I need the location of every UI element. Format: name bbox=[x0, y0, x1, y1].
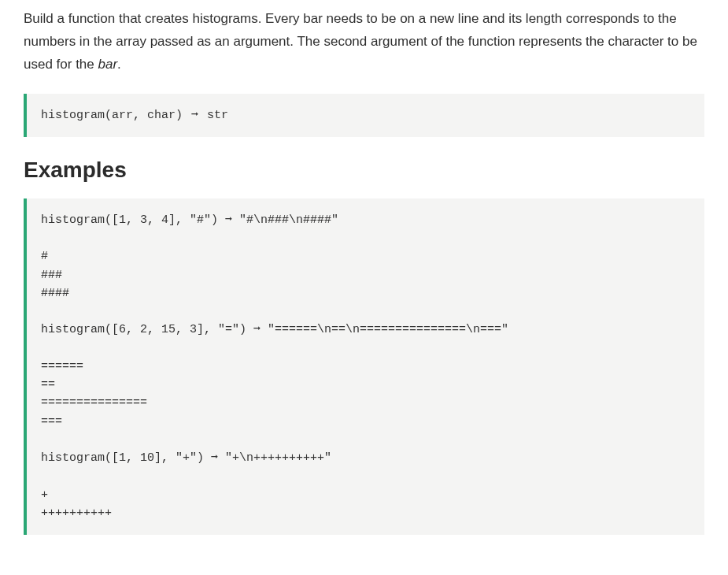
arrow-icon: ➞ bbox=[190, 106, 200, 124]
problem-description: Build a function that creates histograms… bbox=[24, 8, 704, 76]
document-page: Build a function that creates histograms… bbox=[0, 0, 728, 575]
signature-code-block: histogram(arr, char) ➞ str bbox=[24, 94, 704, 137]
examples-heading: Examples bbox=[24, 158, 704, 183]
examples-code-block: histogram([1, 3, 4], "#") ➞ "#\n###\n###… bbox=[24, 198, 704, 535]
signature-right: str bbox=[207, 109, 228, 122]
signature-left: histogram(arr, char) bbox=[41, 109, 183, 122]
